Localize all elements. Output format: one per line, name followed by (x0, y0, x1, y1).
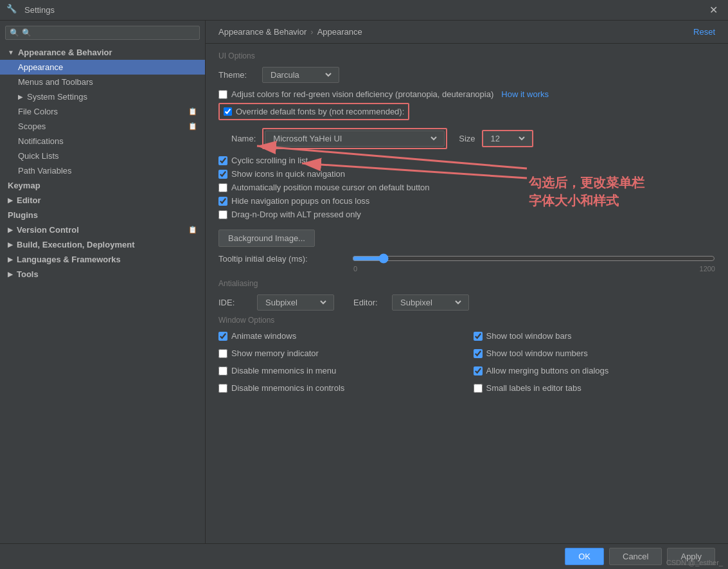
sidebar-item-system-settings[interactable]: ▶ System Settings (0, 89, 205, 104)
sidebar-item-languages-frameworks[interactable]: ▶ Languages & Frameworks (0, 252, 205, 267)
tooltip-max: 1200 (700, 265, 715, 273)
font-name-label: Name: (231, 134, 256, 143)
show-tool-numbers-checkbox[interactable] (474, 349, 483, 358)
ok-button[interactable]: OK (565, 548, 604, 565)
ide-label: IDE: (218, 298, 251, 307)
sidebar: 🔍 ▼ Appearance & Behavior Appearance Men… (0, 21, 206, 543)
show-tool-numbers-label: Show tool window numbers (486, 348, 588, 358)
watermark: CSDN @_esther_ (666, 559, 723, 566)
sidebar-item-label: File Colors (18, 107, 58, 116)
override-row-container: Override default fonts by (not recommend… (218, 103, 715, 124)
small-labels-checkbox[interactable] (474, 384, 483, 393)
hide-nav-checkbox[interactable] (218, 197, 227, 206)
tooltip-slider-container: Tooltip initial delay (ms): 0 1200 (218, 253, 715, 273)
sidebar-item-keymap[interactable]: Keymap (0, 178, 205, 193)
disable-mnemonics-menu-label: Disable mnemonics in menu (231, 366, 336, 375)
disable-mnemonics-menu-checkbox[interactable] (218, 366, 227, 375)
theme-row: Theme: Darcula IntelliJ High contrast (218, 67, 715, 83)
cyclic-scrolling-checkbox[interactable] (218, 156, 227, 165)
editor-select[interactable]: Subpixel Greyscale None (398, 297, 463, 308)
tooltip-min: 0 (353, 265, 357, 273)
theme-dropdown[interactable]: Darcula IntelliJ High contrast (262, 67, 339, 83)
sidebar-item-label: Scopes (18, 122, 46, 131)
allow-merging-checkbox[interactable] (474, 366, 483, 375)
drag-drop-row: Drag-n-Drop with ALT pressed only (218, 210, 715, 219)
hide-nav-label: Hide navigation popups on focus loss (231, 196, 369, 206)
background-image-button[interactable]: Background Image... (218, 230, 315, 247)
sidebar-item-label: Languages & Frameworks (17, 255, 121, 264)
expand-triangle: ▶ (8, 271, 13, 278)
small-labels-label: Small labels in editor tabs (486, 383, 582, 393)
font-size-select[interactable]: 10 11 12 13 14 (488, 133, 527, 144)
sidebar-item-menus-toolbars[interactable]: Menus and Toolbars (0, 75, 205, 89)
auto-position-checkbox[interactable] (218, 183, 227, 192)
ui-options-title: UI Options (218, 51, 715, 60)
animate-windows-checkbox[interactable] (218, 332, 227, 341)
slider-values: 0 1200 (353, 265, 715, 273)
bottom-bar: OK Cancel Apply (0, 543, 728, 569)
sidebar-item-label: Tools (17, 269, 39, 279)
disable-mnemonics-controls-checkbox[interactable] (218, 384, 227, 393)
search-box[interactable]: 🔍 (5, 26, 200, 40)
reset-button[interactable]: Reset (693, 27, 715, 37)
font-name-select[interactable]: Microsoft YaHei UI Arial Consolas (271, 133, 439, 144)
drag-drop-checkbox[interactable] (218, 210, 227, 219)
theme-select[interactable]: Darcula IntelliJ High contrast (268, 69, 333, 80)
sidebar-item-label: Appearance (18, 62, 63, 72)
sidebar-item-plugins[interactable]: Plugins (0, 208, 205, 222)
breadcrumb-parent: Appearance & Behavior (218, 27, 306, 37)
sidebar-item-build-execution[interactable]: ▶ Build, Execution, Deployment (0, 237, 205, 252)
close-button[interactable]: ✕ (706, 3, 722, 17)
tooltip-slider[interactable] (352, 253, 715, 264)
expand-triangle: ▶ (8, 241, 13, 248)
cancel-button[interactable]: Cancel (609, 548, 662, 565)
adjust-colors-checkbox[interactable] (218, 90, 227, 99)
allow-merging-row: Allow merging buttons on dialogs (474, 366, 716, 375)
hide-nav-row: Hide navigation popups on focus loss (218, 196, 715, 206)
breadcrumb-current: Appearance (317, 27, 362, 37)
sidebar-item-editor[interactable]: ▶ Editor (0, 193, 205, 208)
drag-drop-label: Drag-n-Drop with ALT pressed only (231, 210, 361, 219)
sidebar-item-scopes[interactable]: Scopes 📋 (0, 119, 205, 134)
sidebar-item-label: Editor (17, 195, 41, 205)
sidebar-item-notifications[interactable]: Notifications (0, 134, 205, 149)
editor-label: Editor: (353, 298, 386, 307)
theme-label: Theme: (218, 70, 257, 80)
title-bar: 🔧 Settings ✕ (0, 0, 728, 21)
window-options-title: Window Options (218, 316, 715, 325)
tooltip-label: Tooltip initial delay (ms): (218, 254, 347, 264)
editor-dropdown[interactable]: Subpixel Greyscale None (392, 294, 469, 311)
sidebar-item-path-variables[interactable]: Path Variables (0, 163, 205, 178)
allow-merging-label: Allow merging buttons on dialogs (486, 366, 609, 375)
expand-triangle: ▶ (8, 256, 13, 263)
show-icons-checkbox[interactable] (218, 170, 227, 179)
sidebar-item-quick-lists[interactable]: Quick Lists (0, 149, 205, 163)
search-input[interactable] (22, 28, 195, 37)
ide-dropdown[interactable]: Subpixel Greyscale None (257, 294, 334, 311)
copy-icon: 📋 (188, 122, 197, 131)
main-layout: 🔍 ▼ Appearance & Behavior Appearance Men… (0, 21, 728, 543)
content-panel: Appearance & Behavior › Appearance Reset… (206, 21, 728, 543)
font-name-row: Name: Microsoft YaHei UI Arial Consolas … (231, 128, 715, 149)
override-fonts-checkbox[interactable] (224, 107, 232, 116)
font-name-dropdown[interactable]: Microsoft YaHei UI Arial Consolas (265, 131, 445, 147)
search-icon: 🔍 (10, 28, 19, 37)
sidebar-item-tools[interactable]: ▶ Tools (0, 267, 205, 282)
font-size-dropdown[interactable]: 10 11 12 13 14 (482, 130, 533, 147)
sidebar-item-label: Quick Lists (18, 151, 59, 161)
show-memory-checkbox[interactable] (218, 349, 227, 358)
sidebar-item-appearance-behavior[interactable]: ▼ Appearance & Behavior (0, 45, 205, 60)
sidebar-item-appearance[interactable]: Appearance (0, 60, 205, 75)
sidebar-item-label: Path Variables (18, 166, 72, 176)
show-icons-row: Show icons in quick navigation (218, 169, 715, 179)
font-name-border: Microsoft YaHei UI Arial Consolas (262, 128, 447, 149)
antialiasing-title: Antialiasing (218, 279, 715, 288)
cyclic-scrolling-row: Cyclic scrolling in list (218, 156, 715, 165)
how-it-works-link[interactable]: How it works (501, 89, 549, 99)
sidebar-item-version-control[interactable]: ▶ Version Control 📋 (0, 222, 205, 237)
show-tool-bars-checkbox[interactable] (474, 332, 483, 341)
breadcrumb-separator: › (310, 27, 313, 37)
sidebar-item-file-colors[interactable]: File Colors 📋 (0, 104, 205, 119)
ide-select[interactable]: Subpixel Greyscale None (263, 297, 328, 308)
app-icon: 🔧 (6, 4, 19, 17)
